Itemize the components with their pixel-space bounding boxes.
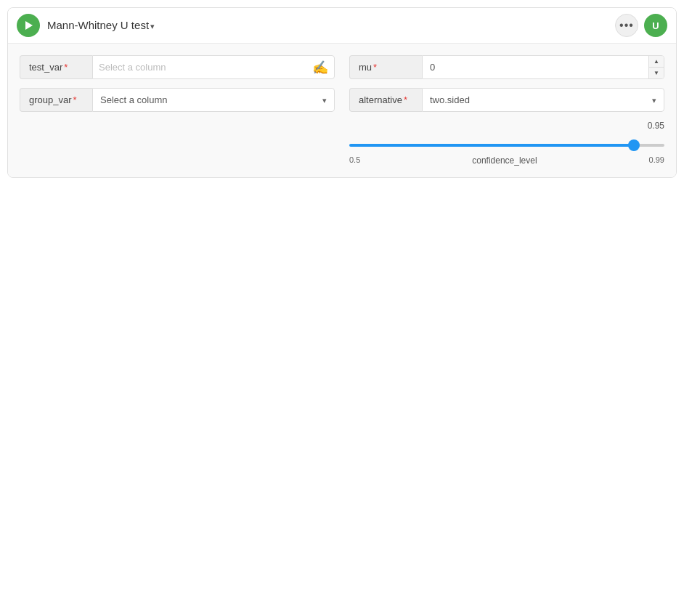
slider-current-value: 0.95 [648,121,664,131]
group-var-row: group_var* Select a column ▾ [20,88,335,112]
form-grid: test_var* Select a column ✍ mu* ▲ ▼ [20,55,664,166]
mu-input[interactable] [423,56,648,78]
cursor-icon: ✍ [312,60,328,76]
mu-increment[interactable]: ▲ [649,56,664,68]
mu-label: mu* [349,55,422,79]
slider-min-label: 0.5 [349,155,360,166]
title-text: Mann-Whitney U test [47,19,149,31]
slider-max-label: 0.99 [649,155,664,166]
group-var-select-wrapper: Select a column ▾ [92,88,335,112]
test-var-row: test_var* Select a column ✍ [20,55,335,79]
user-button[interactable]: U [644,14,667,37]
slider-labels: 0.5 confidence_level 0.99 [349,155,664,166]
mu-decrement[interactable]: ▼ [649,68,664,78]
alternative-row: alternative* two.sided less greater ▾ [349,88,664,112]
slider-container [349,134,664,153]
test-var-placeholder: Select a column [99,62,312,73]
mu-number-wrapper: ▲ ▼ [422,55,664,79]
app-container: Mann-Whitney U test▾ ••• U test_var* Sel… [7,7,677,178]
more-button[interactable]: ••• [615,14,638,37]
group-var-required: * [73,94,77,105]
mu-required: * [373,62,377,73]
alternative-required: * [404,94,407,105]
test-var-label: test_var* [20,55,92,79]
title: Mann-Whitney U test▾ [47,19,155,32]
play-button[interactable] [17,14,40,37]
user-icon: U [652,20,659,31]
slider-row: 0.95 0.5 confidence_level 0.99 [349,121,664,166]
alternative-select[interactable]: two.sided less greater [423,89,664,111]
test-var-required: * [64,62,68,73]
slider-current-value-row: 0.95 [349,121,664,131]
alternative-label: alternative* [349,88,422,112]
content: test_var* Select a column ✍ mu* ▲ ▼ [8,44,676,177]
more-icon: ••• [619,19,634,32]
slider-center-label: confidence_level [360,155,648,166]
group-var-label: group_var* [20,88,92,112]
alternative-select-wrapper: two.sided less greater ▾ [422,88,664,112]
header: Mann-Whitney U test▾ ••• U [8,8,676,44]
header-right: ••• U [615,14,667,37]
play-icon [25,21,33,30]
confidence-level-slider[interactable] [349,144,664,147]
mu-row: mu* ▲ ▼ [349,55,664,79]
mu-spinners: ▲ ▼ [648,56,664,78]
title-dropdown-arrow: ▾ [150,22,155,31]
group-var-select[interactable]: Select a column [93,89,334,111]
header-left: Mann-Whitney U test▾ [17,14,155,37]
